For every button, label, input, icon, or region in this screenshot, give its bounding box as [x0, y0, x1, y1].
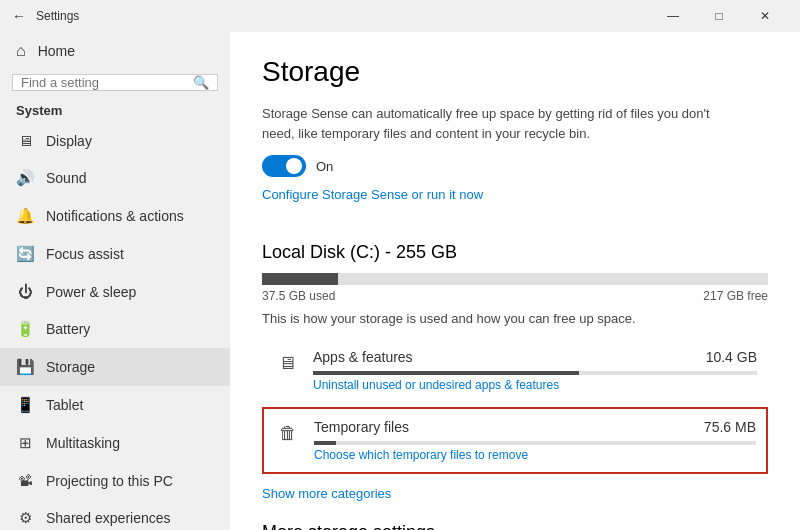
focus-icon: 🔄 — [16, 245, 34, 263]
sidebar-item-sound[interactable]: 🔊 Sound — [0, 159, 230, 197]
sidebar-item-label-storage: Storage — [46, 359, 95, 375]
home-icon: ⌂ — [16, 42, 26, 60]
sidebar-item-label-display: Display — [46, 133, 92, 149]
close-button[interactable]: ✕ — [742, 0, 788, 32]
configure-link[interactable]: Configure Storage Sense or run it now — [262, 187, 483, 202]
home-label: Home — [38, 43, 75, 59]
sidebar-item-projecting[interactable]: 📽 Projecting to this PC — [0, 462, 230, 499]
maximize-button[interactable]: □ — [696, 0, 742, 32]
temp-size: 75.6 MB — [704, 419, 756, 435]
page-title: Storage — [262, 56, 768, 88]
apps-title-row: Apps & features 10.4 GB — [313, 349, 757, 365]
sidebar-item-label-focus: Focus assist — [46, 246, 124, 262]
sidebar-item-label-notifications: Notifications & actions — [46, 208, 184, 224]
tablet-icon: 📱 — [16, 396, 34, 414]
sidebar-item-label-tablet: Tablet — [46, 397, 83, 413]
sidebar: ⌂ Home 🔍 System 🖥 Display 🔊 Sound 🔔 Noti… — [0, 32, 230, 530]
storage-icon: 💾 — [16, 358, 34, 376]
battery-icon: 🔋 — [16, 320, 34, 338]
sidebar-item-tablet[interactable]: 📱 Tablet — [0, 386, 230, 424]
temp-bar-fill — [314, 441, 336, 445]
projecting-icon: 📽 — [16, 472, 34, 489]
toggle-label: On — [316, 159, 333, 174]
apps-sub[interactable]: Uninstall unused or undesired apps & fea… — [313, 378, 757, 392]
temp-icon: 🗑 — [274, 419, 302, 447]
display-icon: 🖥 — [16, 132, 34, 149]
search-input[interactable] — [21, 75, 193, 90]
sidebar-item-focus[interactable]: 🔄 Focus assist — [0, 235, 230, 273]
used-label: 37.5 GB used — [262, 289, 335, 303]
sound-icon: 🔊 — [16, 169, 34, 187]
storage-items: 🖥 Apps & features 10.4 GB Uninstall unus… — [262, 338, 768, 474]
apps-bar-fill — [313, 371, 579, 375]
search-box[interactable]: 🔍 — [12, 74, 218, 91]
storage-sense-toggle[interactable] — [262, 155, 306, 177]
power-icon: ⏻ — [16, 283, 34, 300]
sidebar-item-notifications[interactable]: 🔔 Notifications & actions — [0, 197, 230, 235]
sidebar-item-label-sound: Sound — [46, 170, 86, 186]
apps-icon: 🖥 — [273, 349, 301, 377]
sidebar-item-power[interactable]: ⏻ Power & sleep — [0, 273, 230, 310]
temp-body: Temporary files 75.6 MB Choose which tem… — [314, 419, 756, 462]
more-storage-title: More storage settings — [262, 522, 768, 530]
temp-name: Temporary files — [314, 419, 409, 435]
notifications-icon: 🔔 — [16, 207, 34, 225]
sidebar-item-storage[interactable]: 💾 Storage — [0, 348, 230, 386]
free-label: 217 GB free — [703, 289, 768, 303]
back-button[interactable]: ← — [12, 8, 26, 24]
sidebar-section-label: System — [0, 99, 230, 122]
sidebar-item-label-shared: Shared experiences — [46, 510, 171, 526]
apps-bar — [313, 371, 757, 375]
storage-bar-used — [262, 273, 338, 285]
app-title: Settings — [36, 9, 650, 23]
more-storage-section: More storage settings View storage usage… — [262, 522, 768, 530]
show-more-link[interactable]: Show more categories — [262, 486, 391, 501]
sidebar-item-multitasking[interactable]: ⊞ Multitasking — [0, 424, 230, 462]
sidebar-item-label-battery: Battery — [46, 321, 90, 337]
sidebar-item-shared[interactable]: ⚙ Shared experiences — [0, 499, 230, 530]
disk-title: Local Disk (C:) - 255 GB — [262, 242, 768, 263]
storage-bar — [262, 273, 768, 285]
storage-item-apps[interactable]: 🖥 Apps & features 10.4 GB Uninstall unus… — [262, 338, 768, 403]
temp-title-row: Temporary files 75.6 MB — [314, 419, 756, 435]
toggle-row: On — [262, 155, 768, 177]
sidebar-items: 🖥 Display 🔊 Sound 🔔 Notifications & acti… — [0, 122, 230, 530]
search-icon: 🔍 — [193, 75, 209, 90]
apps-name: Apps & features — [313, 349, 413, 365]
apps-size: 10.4 GB — [706, 349, 757, 365]
sidebar-item-label-multitasking: Multitasking — [46, 435, 120, 451]
main-content: Storage Storage Sense can automatically … — [230, 32, 800, 530]
sidebar-item-display[interactable]: 🖥 Display — [0, 122, 230, 159]
storage-bar-labels: 37.5 GB used 217 GB free — [262, 289, 768, 303]
minimize-button[interactable]: — — [650, 0, 696, 32]
storage-bar-container: 37.5 GB used 217 GB free — [262, 273, 768, 303]
sidebar-home[interactable]: ⌂ Home — [0, 32, 230, 70]
sidebar-item-label-power: Power & sleep — [46, 284, 136, 300]
storage-description: Storage Sense can automatically free up … — [262, 104, 722, 143]
storage-desc: This is how your storage is used and how… — [262, 311, 768, 326]
sidebar-item-battery[interactable]: 🔋 Battery — [0, 310, 230, 348]
storage-item-temp[interactable]: 🗑 Temporary files 75.6 MB Choose which t… — [262, 407, 768, 474]
temp-bar — [314, 441, 756, 445]
apps-body: Apps & features 10.4 GB Uninstall unused… — [313, 349, 757, 392]
window-controls: — □ ✕ — [650, 0, 788, 32]
shared-icon: ⚙ — [16, 509, 34, 527]
temp-sub[interactable]: Choose which temporary files to remove — [314, 448, 756, 462]
app-body: ⌂ Home 🔍 System 🖥 Display 🔊 Sound 🔔 Noti… — [0, 32, 800, 530]
sidebar-item-label-projecting: Projecting to this PC — [46, 473, 173, 489]
titlebar: ← Settings — □ ✕ — [0, 0, 800, 32]
multitasking-icon: ⊞ — [16, 434, 34, 452]
